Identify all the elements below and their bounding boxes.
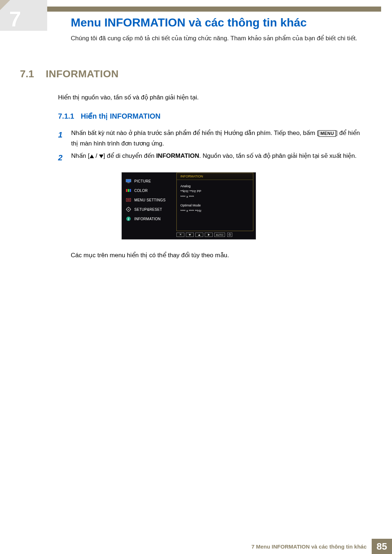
- step-body: Nhấn [ / ] để di chuyển đến INFORMATION.…: [71, 151, 363, 164]
- osd-info-line: **** x **** **Hz: [180, 208, 249, 213]
- osd-info-panel: INFORMATION Analog **kHz **Hz PP **** x …: [176, 173, 253, 231]
- step-number: 1: [58, 128, 65, 149]
- osd-menu-item-information: i INFORMATION: [126, 214, 173, 223]
- menu-settings-icon: [126, 198, 131, 202]
- osd-menu-label: SETUP&RESET: [134, 208, 162, 212]
- step-body: Nhấn bất kỳ nút nào ở phía trước sản phẩ…: [71, 128, 363, 149]
- section-heading: 7.1 INFORMATION: [20, 68, 119, 80]
- subsection-title: Hiển thị INFORMATION: [81, 112, 160, 120]
- section-description: Hiển thị nguồn vào, tần số và độ phân gi…: [58, 94, 363, 101]
- close-icon: ✕: [179, 233, 182, 236]
- svg-rect-1: [127, 182, 130, 183]
- arrow-down-icon: [99, 155, 103, 158]
- osd-screenshot: PICTURE COLOR MENU SETTINGS SETUP&RESET: [122, 172, 256, 239]
- osd-info-line: **kHz **Hz PP: [180, 189, 249, 194]
- step-text: Nhấn [: [71, 152, 90, 159]
- gear-icon: [126, 207, 131, 212]
- osd-info-line: Optimal Mode: [180, 203, 249, 208]
- svg-point-9: [128, 209, 129, 210]
- section-title: INFORMATION: [46, 68, 119, 80]
- step-text: . Nguồn vào, tần số và độ phân giải hiện…: [199, 152, 357, 159]
- chapter-number: 7: [9, 7, 21, 32]
- section-number: 7.1: [20, 68, 34, 80]
- monitor-icon: [126, 179, 131, 183]
- menu-key-label: MENU: [319, 130, 336, 137]
- osd-info-line: **** x ****: [180, 194, 249, 199]
- footer-page-number: 85: [372, 539, 392, 554]
- osd-menu-item-picture: PICTURE: [126, 176, 173, 186]
- arrow-right-icon: [208, 234, 210, 236]
- osd-auto-button: AUTO: [214, 233, 225, 237]
- svg-rect-4: [130, 189, 131, 192]
- svg-text:i: i: [128, 217, 129, 221]
- header-ribbon: [47, 7, 381, 12]
- osd-enter-button: [205, 233, 213, 237]
- subsection-number: 7.1.1: [58, 112, 74, 120]
- subsection-heading: 7.1.1 Hiển thị INFORMATION: [58, 112, 160, 120]
- step-number: 2: [58, 151, 65, 164]
- svg-rect-2: [126, 189, 127, 192]
- osd-info-line: Analog: [180, 184, 249, 189]
- svg-rect-3: [128, 189, 129, 192]
- note-text: Các mục trên menu hiển thị có thể thay đ…: [71, 251, 363, 259]
- power-icon: [228, 233, 231, 236]
- step-2: 2 Nhấn [ / ] để di chuyển đến INFORMATIO…: [58, 151, 363, 164]
- osd-panel-body: Analog **kHz **Hz PP **** x **** Optimal…: [177, 180, 253, 217]
- page-title: Menu INFORMATION và các thông tin khác: [71, 16, 307, 29]
- osd-menu-list: PICTURE COLOR MENU SETTINGS SETUP&RESET: [122, 173, 176, 233]
- osd-button-bar: ✕ AUTO: [176, 232, 253, 237]
- info-icon: i: [126, 217, 131, 221]
- osd-power-button: [227, 233, 232, 237]
- osd-menu-label: MENU SETTINGS: [134, 198, 166, 202]
- osd-down-button: [186, 233, 194, 237]
- footer-chapter-label: 7 Menu INFORMATION và các thông tin khác: [246, 539, 372, 554]
- osd-menu-label: INFORMATION: [134, 217, 161, 221]
- osd-close-button: ✕: [176, 233, 184, 237]
- svg-rect-0: [126, 179, 131, 182]
- osd-menu-item-setup-reset: SETUP&RESET: [126, 205, 173, 214]
- osd-panel-title: INFORMATION: [177, 173, 253, 180]
- osd-menu-label: COLOR: [134, 189, 148, 193]
- osd-up-button: [195, 233, 203, 237]
- arrow-down-icon: [189, 234, 191, 236]
- page-footer: 7 Menu INFORMATION và các thông tin khác…: [0, 539, 392, 554]
- svg-rect-5: [126, 198, 131, 201]
- palette-icon: [126, 188, 131, 193]
- arrow-up-icon: [198, 234, 200, 236]
- step-text: Nhấn bất kỳ nút nào ở phía trước sản phẩ…: [71, 130, 319, 136]
- step-text: ] để di chuyển đến: [103, 152, 156, 159]
- step-strong: INFORMATION: [156, 152, 199, 159]
- osd-menu-item-color: COLOR: [126, 186, 173, 195]
- step-1: 1 Nhấn bất kỳ nút nào ở phía trước sản p…: [58, 128, 363, 149]
- arrow-up-icon: [90, 155, 94, 158]
- osd-menu-item-menu-settings: MENU SETTINGS: [126, 195, 173, 205]
- header-corner-fold: [0, 0, 10, 10]
- osd-menu-label: PICTURE: [134, 179, 151, 183]
- intro-text: Chúng tôi đã cung cấp mô tả chi tiết của…: [71, 33, 363, 44]
